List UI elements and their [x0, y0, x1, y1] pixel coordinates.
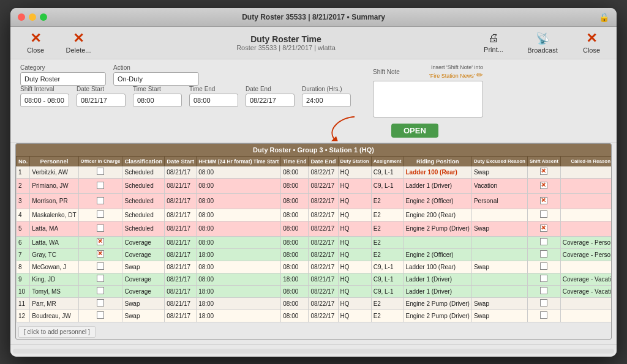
cell-called-reason [560, 178, 612, 193]
cell-riding-position: Engine 2 (Officer) [404, 193, 471, 209]
cell-classification: Coverage [122, 236, 165, 248]
cell-time-end: 08:00 [281, 209, 309, 221]
cell-time-end: 08:00 [281, 166, 309, 178]
officer-checkbox[interactable] [97, 168, 104, 175]
table-header-row: No. Personnel Officer In Charge Classifi… [17, 156, 612, 166]
absent-checkbox[interactable] [540, 238, 547, 245]
riding-position: Ladder 1 (Driver) [405, 276, 452, 283]
cell-riding-position: Ladder 1 (Driver) [404, 285, 471, 297]
absent-checkbox[interactable]: ✕ [540, 225, 547, 232]
absent-checkbox[interactable]: ✕ [540, 197, 547, 204]
shift-note-textarea[interactable] [373, 81, 483, 117]
cell-classification: Coverage [122, 248, 165, 261]
absent-checkbox[interactable] [540, 262, 547, 270]
col-header-date-end: Date End [309, 156, 338, 166]
officer-checkbox[interactable] [97, 287, 104, 294]
cell-absent [527, 209, 560, 221]
table-group-header: Duty Roster • Group 3 • Station 1 (HQ) [16, 144, 611, 156]
officer-checkbox[interactable]: ✕ [97, 250, 104, 258]
shift-interval-value[interactable]: 08:00 - 08:00 [20, 94, 69, 107]
cell-duty-station: HQ [338, 193, 371, 209]
time-end-value[interactable]: 08:00 [189, 94, 238, 107]
officer-checkbox[interactable] [97, 197, 104, 204]
cell-riding-position: Ladder 1 (Driver) [404, 178, 471, 193]
absent-checkbox[interactable]: ✕ [540, 168, 547, 175]
cell-assignment: C9, L-1 [371, 261, 404, 273]
cell-officer [78, 273, 122, 285]
table-row: 9 King, JD Coverage 08/21/17 08:00 18:00… [17, 273, 612, 285]
date-start-value[interactable]: 08/21/17 [77, 94, 126, 107]
officer-checkbox[interactable] [97, 262, 104, 270]
cell-assignment: E2 [371, 209, 404, 221]
col-header-no: No. [17, 156, 30, 166]
window-max-btn[interactable] [40, 13, 47, 21]
absent-checkbox[interactable] [540, 287, 547, 294]
cell-date-end: 08/22/17 [309, 248, 338, 261]
officer-checkbox[interactable] [97, 275, 104, 282]
lock-icon: 🔒 [599, 12, 609, 22]
officer-checkbox[interactable] [97, 225, 104, 232]
cell-called-reason: Coverage - Personal [560, 248, 612, 261]
officer-checkbox[interactable] [97, 299, 104, 306]
broadcast-label: Broadcast [527, 46, 558, 54]
absent-checkbox[interactable] [540, 210, 547, 218]
absent-checkbox[interactable] [540, 299, 547, 306]
print-button[interactable]: 🖨 Print... [478, 32, 509, 53]
cell-excused-reason [471, 209, 527, 221]
close-left-button[interactable]: ✕ Close [20, 32, 51, 54]
action-value[interactable]: On-Duty [113, 72, 199, 86]
riding-position: Ladder 1 (Driver) [405, 288, 452, 295]
cell-date-end: 08/22/17 [309, 236, 338, 248]
horizontal-scrollbar[interactable] [13, 349, 614, 354]
cell-excused-reason: Swap [471, 221, 527, 236]
absent-checkbox[interactable] [540, 275, 547, 282]
cell-personnel: King, JD [30, 273, 78, 285]
cell-time-end: 18:00 [281, 273, 309, 285]
cell-time-end: 08:00 [281, 297, 309, 310]
absent-checkbox[interactable] [540, 250, 547, 258]
date-end-value[interactable]: 08/22/17 [246, 94, 295, 107]
delete-button[interactable]: ✕ Delete... [63, 32, 94, 54]
form-row-2: Shift Interval 08:00 - 08:00 Date Start … [20, 86, 351, 107]
cell-date-start: 08/21/17 [165, 273, 197, 285]
cell-riding-position: Ladder 100 (Rear) [404, 166, 471, 178]
category-value[interactable]: Duty Roster [20, 72, 106, 86]
time-start-label: Time Start [133, 86, 182, 92]
cell-date-end: 08/22/17 [309, 261, 338, 273]
cell-called-reason [560, 297, 612, 310]
col-header-assignment: Assignment [371, 156, 404, 166]
window-min-btn[interactable] [29, 13, 36, 21]
officer-checkbox[interactable]: ✕ [97, 238, 104, 245]
cell-time-start: 08:00 [197, 166, 281, 178]
window-close-btn[interactable] [18, 13, 25, 21]
cell-no: 4 [17, 209, 30, 221]
officer-checkbox[interactable] [97, 210, 104, 218]
cell-no: 2 [17, 178, 30, 193]
cell-no: 7 [17, 248, 30, 261]
category-group: Category Duty Roster [20, 64, 106, 86]
cell-personnel: Morrison, PR [30, 193, 78, 209]
toolbar-right: 🖨 Print... 📡 Broadcast ✕ Close [478, 32, 607, 54]
absent-checkbox[interactable] [540, 311, 547, 319]
cell-duty-station: HQ [338, 310, 371, 322]
cell-duty-station: HQ [338, 178, 371, 193]
time-start-value[interactable]: 08:00 [133, 94, 182, 107]
close-right-button[interactable]: ✕ Close [576, 32, 607, 54]
cell-officer [78, 166, 122, 178]
officer-checkbox[interactable] [97, 182, 104, 189]
cell-called-reason [560, 193, 612, 209]
cell-date-start: 08/21/17 [165, 261, 197, 273]
cell-classification: Swap [122, 310, 165, 322]
cell-riding-position: Engine 200 (Rear) [404, 209, 471, 221]
officer-checkbox[interactable] [97, 311, 104, 319]
absent-checkbox[interactable]: ✕ [540, 182, 547, 189]
cell-excused-reason [471, 248, 527, 261]
duration-value[interactable]: 24:00 [302, 94, 351, 107]
broadcast-button[interactable]: 📡 Broadcast [527, 32, 558, 54]
cell-duty-station: HQ [338, 273, 371, 285]
duration-label: Duration (Hrs.) [302, 86, 351, 92]
cell-absent: ✕ [527, 193, 560, 209]
action-label: Action [113, 64, 199, 71]
add-personnel-button[interactable]: [ click to add personnel ] [18, 326, 96, 338]
cell-officer [78, 221, 122, 236]
